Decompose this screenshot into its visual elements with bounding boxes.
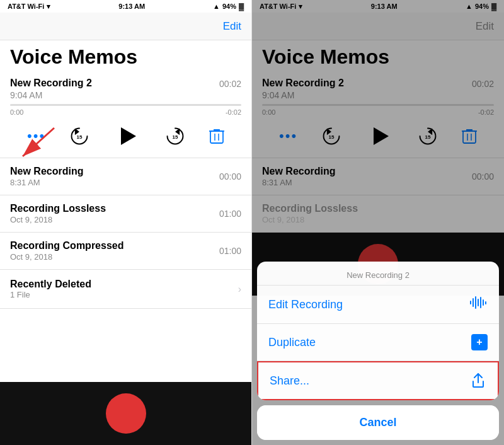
status-bar-left: AT&T Wi-Fi ▾ 9:13 AM ▲ 94% ▓ bbox=[0, 0, 251, 13]
recording-item-1[interactable]: New Recording 8:31 AM 00:00 bbox=[0, 158, 251, 195]
recently-deleted-item[interactable]: Recently Deleted 1 File › bbox=[0, 270, 251, 309]
recording-sub-1: 8:31 AM bbox=[10, 178, 83, 187]
play-icon bbox=[121, 127, 136, 145]
action-sheet-title: New Recording 2 bbox=[257, 262, 499, 286]
delete-button[interactable] bbox=[209, 128, 224, 144]
recording-sub-2: Oct 9, 2018 bbox=[10, 215, 106, 224]
share-item[interactable]: Share... bbox=[257, 361, 499, 400]
svg-rect-4 bbox=[210, 131, 223, 143]
record-button-left[interactable] bbox=[106, 393, 146, 434]
action-sheet: New Recording 2 Edit Recording bbox=[257, 262, 499, 400]
left-phone-panel: AT&T Wi-Fi ▾ 9:13 AM ▲ 94% ▓ Edit Voice … bbox=[0, 0, 252, 445]
svg-text:15: 15 bbox=[173, 134, 178, 140]
cancel-container: Cancel bbox=[257, 405, 499, 440]
time-left: 9:13 AM bbox=[118, 3, 145, 10]
duplicate-item[interactable]: Duplicate + bbox=[257, 324, 499, 361]
record-bar-left bbox=[0, 382, 251, 445]
svg-rect-22 bbox=[480, 297, 481, 308]
progress-end: -0:02 bbox=[226, 108, 241, 116]
deleted-title: Recently Deleted bbox=[10, 279, 91, 290]
right-phone-panel: AT&T Wi-Fi ▾ 9:13 AM ▲ 94% ▓ Edit Voice … bbox=[252, 0, 504, 445]
recording-dur-1: 00:00 bbox=[219, 171, 241, 182]
svg-rect-23 bbox=[483, 299, 484, 306]
duplicate-icon: + bbox=[471, 334, 488, 350]
progress-start: 0:00 bbox=[10, 108, 23, 116]
chevron-right-icon: › bbox=[238, 284, 241, 295]
recording-title-2: Recording Lossless bbox=[10, 203, 106, 214]
battery-icon-left: ▓ bbox=[239, 3, 244, 10]
recording-dur-2: 01:00 bbox=[219, 209, 241, 219]
edit-button-left[interactable]: Edit bbox=[223, 20, 241, 33]
recording-duration-0: 00:02 bbox=[219, 79, 241, 89]
share-label: Share... bbox=[270, 374, 309, 388]
recording-title-1: New Recording bbox=[10, 166, 83, 177]
nav-bar-left: Edit bbox=[0, 13, 251, 40]
page-title-area-left: Voice Memos bbox=[0, 40, 251, 71]
svg-rect-18 bbox=[470, 301, 471, 304]
edit-recording-item[interactable]: Edit Recording bbox=[257, 286, 499, 324]
deleted-count: 1 File bbox=[10, 290, 91, 299]
recording-item-3[interactable]: Recording Compressed Oct 9, 2018 01:00 bbox=[0, 233, 251, 270]
share-icon bbox=[470, 373, 486, 389]
forward-button[interactable]: 15 bbox=[165, 126, 185, 146]
rewind-button[interactable]: 15 bbox=[69, 126, 89, 146]
duplicate-label: Duplicate bbox=[268, 336, 316, 349]
svg-rect-19 bbox=[472, 298, 474, 307]
waveform-icon bbox=[470, 296, 488, 313]
edit-recording-label: Edit Recording bbox=[268, 298, 343, 311]
svg-rect-24 bbox=[485, 301, 486, 304]
wifi-icon: ▾ bbox=[47, 3, 50, 11]
carrier-left: AT&T Wi-Fi bbox=[8, 3, 44, 10]
cancel-button[interactable]: Cancel bbox=[257, 405, 499, 440]
recording-item-expanded[interactable]: New Recording 2 9:04 AM 00:02 0:00 -0:02… bbox=[0, 71, 251, 158]
recording-list-left: New Recording 2 9:04 AM 00:02 0:00 -0:02… bbox=[0, 71, 251, 382]
recording-dur-3: 01:00 bbox=[219, 246, 241, 256]
battery-left: 94% bbox=[222, 3, 236, 10]
svg-text:15: 15 bbox=[77, 134, 83, 140]
play-button[interactable] bbox=[113, 122, 141, 150]
recording-title-3: Recording Compressed bbox=[10, 240, 123, 251]
recording-item-2[interactable]: Recording Lossless Oct 9, 2018 01:00 bbox=[0, 195, 251, 233]
svg-rect-21 bbox=[478, 299, 479, 306]
progress-track[interactable] bbox=[10, 104, 241, 106]
recording-sub-3: Oct 9, 2018 bbox=[10, 252, 123, 262]
arrow-icon: ▲ bbox=[213, 3, 220, 10]
recording-time-0: 9:04 AM bbox=[10, 90, 92, 100]
recording-title-0: New Recording 2 bbox=[10, 78, 92, 89]
more-options-button[interactable]: ••• bbox=[27, 128, 45, 144]
action-sheet-container: New Recording 2 Edit Recording bbox=[252, 262, 504, 445]
page-title-left: Voice Memos bbox=[10, 45, 241, 69]
svg-rect-20 bbox=[475, 296, 476, 309]
